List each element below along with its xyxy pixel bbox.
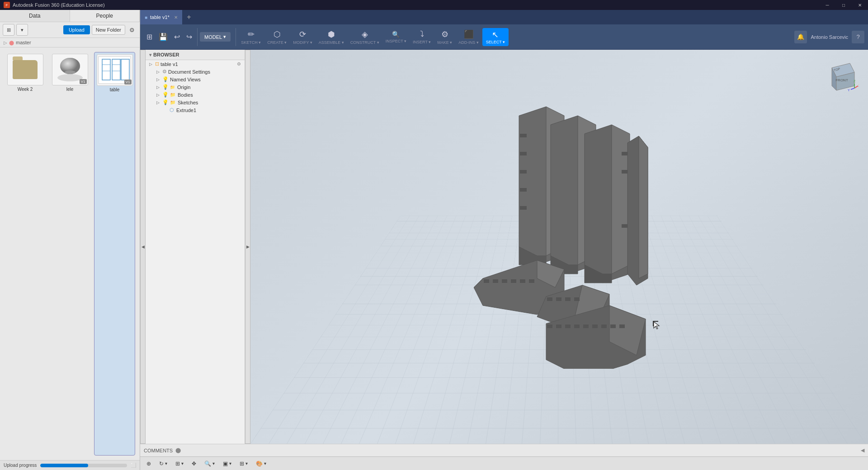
svg-rect-49 — [574, 297, 580, 301]
display-mode-button[interactable]: ▣ ▾ — [220, 459, 234, 468]
modify-button[interactable]: ⟳ MODIFY ▾ — [290, 28, 315, 46]
sketch-button[interactable]: ✏ SKETCH ▾ — [238, 28, 264, 46]
construct-label: CONSTRUCT ▾ — [350, 40, 379, 45]
browser-collapse-arrow[interactable]: ◀ — [140, 50, 146, 444]
new-tab-button[interactable]: + — [183, 11, 195, 24]
tree-item-sketches[interactable]: ▷ 💡 📁 Sketches — [146, 99, 245, 106]
svg-text:X: X — [859, 84, 859, 87]
create-label: CREATE ▾ — [267, 40, 287, 45]
file-item-label: Week 2 — [18, 87, 33, 92]
toolbar-right: 🔔 Antonio Sarcevic ? — [794, 31, 864, 43]
grid-view-button[interactable]: ⊞ — [144, 32, 155, 42]
title-bar: F Autodesk Fusion 360 (Education License… — [0, 0, 868, 10]
zoom-icon: 🔍 — [204, 461, 211, 467]
comment-expand-icon[interactable]: ◀ — [861, 447, 864, 453]
close-button[interactable]: ✕ — [852, 0, 868, 10]
svg-text:Z: Z — [854, 80, 856, 83]
svg-marker-29 — [612, 125, 630, 274]
tab-data[interactable]: Data — [0, 10, 70, 22]
minimize-button[interactable]: ─ — [819, 0, 835, 10]
upload-progress-label: Upload progress — [4, 463, 37, 468]
visual-style-icon: 🎨 — [256, 461, 263, 467]
modify-icon: ⟳ — [299, 29, 306, 39]
comment-circle-icon[interactable]: ⬤ — [175, 447, 181, 453]
viewport[interactable]: FRONT TOP X Z Y — [250, 50, 868, 444]
sort-icon-button[interactable]: ▾ — [16, 24, 28, 36]
file-grid: Week 2 — [0, 47, 140, 460]
model-arrow-icon: ▾ — [223, 34, 226, 40]
tab-table-v1[interactable]: ■ table v1* ✕ — [140, 10, 183, 24]
tree-item-extrude-icon: ⬡ — [170, 107, 174, 113]
zoom-fit-button[interactable]: ⊞ ▾ — [173, 459, 186, 468]
svg-rect-41 — [511, 279, 516, 283]
snap-button[interactable]: ⊕ — [144, 459, 154, 468]
view-cube-svg: FRONT TOP X Z Y — [823, 59, 859, 95]
sketch-label: SKETCH ▾ — [241, 40, 261, 45]
main-area: ■ table v1* ✕ + ⊞ 💾 ↩ — [140, 10, 868, 470]
notification-button[interactable]: 🔔 — [794, 31, 807, 43]
svg-line-66 — [854, 86, 858, 88]
insert-button[interactable]: ⤵ INSERT ▾ — [410, 28, 434, 45]
settings-icon-button[interactable]: ⚙ — [127, 25, 137, 35]
crumb-master[interactable]: master — [16, 40, 31, 45]
model-mode-button[interactable]: MODEL ▾ — [200, 32, 231, 42]
svg-rect-58 — [601, 324, 607, 328]
upload-button[interactable]: Upload — [63, 25, 90, 34]
svg-rect-17 — [520, 170, 527, 174]
pan-button[interactable]: ✥ — [189, 459, 199, 468]
construct-button[interactable]: ◈ CONSTRUCT ▾ — [348, 28, 382, 46]
tree-item-label: Named Views — [170, 77, 201, 82]
svg-rect-52 — [547, 324, 552, 328]
orbit-label: ▾ — [165, 461, 167, 466]
assemble-button[interactable]: ⬢ ASSEMBLE ▾ — [316, 28, 347, 46]
tree-item-folder-icon: 📁 — [170, 85, 175, 89]
tree-item-bodies[interactable]: ▷ 💡 📁 Bodies — [146, 91, 245, 99]
maximize-button[interactable]: □ — [835, 0, 852, 10]
upload-progress-bar: Upload progress ⬜ — [0, 460, 140, 470]
tab-bar: ■ table v1* ✕ + — [140, 10, 868, 24]
tree-item-doc-settings[interactable]: ▷ ⚙ Document Settings — [146, 68, 245, 75]
redo-button[interactable]: ↪ — [184, 32, 195, 42]
inspect-button[interactable]: 🔍 INSPECT ▾ — [383, 30, 409, 44]
undo-button[interactable]: ↩ — [171, 32, 183, 42]
create-icon: ⬡ — [274, 29, 281, 39]
create-button[interactable]: ⬡ CREATE ▾ — [264, 28, 289, 46]
svg-rect-18 — [520, 188, 527, 192]
browser-toggle-icon[interactable]: ▾ — [149, 52, 151, 57]
tree-settings-icon[interactable]: ⚙ — [237, 61, 241, 66]
tree-expand-icon: ▷ — [156, 93, 161, 97]
crumb-circle: ⬤ — [9, 40, 14, 45]
view-cube[interactable]: FRONT TOP X Z Y — [823, 59, 859, 95]
tree-item-origin-icon: 💡 — [162, 84, 169, 90]
new-folder-button[interactable]: New Folder — [92, 25, 125, 35]
select-button[interactable]: ↖ SELECT ▾ — [482, 28, 509, 46]
add-ins-button[interactable]: ⬛ ADD-INS ▾ — [456, 28, 481, 46]
help-button[interactable]: ? — [852, 31, 864, 43]
list-item[interactable]: V1 table — [94, 52, 135, 456]
tree-item-label: Origin — [177, 85, 190, 90]
list-item[interactable]: V1 lele — [49, 52, 90, 456]
tree-item-table-v1[interactable]: ▷ ⊡ table v1 ⚙ — [146, 60, 245, 68]
tab-close-icon[interactable]: ✕ — [174, 15, 178, 20]
save-button[interactable]: 💾 — [156, 32, 170, 42]
browser-collapse-right-arrow[interactable]: ▶ — [245, 50, 250, 444]
orbit-button[interactable]: ↻ ▾ — [156, 459, 170, 468]
svg-rect-53 — [556, 324, 561, 328]
tab-people[interactable]: People — [70, 10, 140, 22]
tree-item-named-views[interactable]: ▷ 💡 Named Views — [146, 75, 245, 83]
visual-style-button[interactable]: 🎨 ▾ — [253, 459, 269, 468]
sketch-icon: ✏ — [248, 29, 255, 39]
tree-item-origin[interactable]: ▷ 💡 📁 Origin — [146, 83, 245, 91]
list-item[interactable]: Week 2 — [5, 52, 46, 456]
make-button[interactable]: ⚙ MAKE ▾ — [434, 28, 455, 46]
grid-settings-button[interactable]: ⊞ ▾ — [237, 459, 250, 468]
tree-item-extrude1[interactable]: ⬡ Extrude1 — [146, 106, 245, 114]
progress-expand-icon[interactable]: ⬜ — [131, 463, 136, 468]
progress-bar-track — [40, 464, 127, 467]
tree-item-settings-icon: ⚙ — [162, 69, 167, 75]
zoom-button[interactable]: 🔍 ▾ — [202, 459, 217, 468]
user-name[interactable]: Antonio Sarcevic — [811, 34, 848, 40]
svg-rect-43 — [529, 279, 534, 283]
view-icon-button[interactable]: ⊞ — [3, 24, 14, 36]
bottom-toolbar: ⊕ ↻ ▾ ⊞ ▾ ✥ 🔍 ▾ ▣ ▾ — [140, 456, 868, 470]
